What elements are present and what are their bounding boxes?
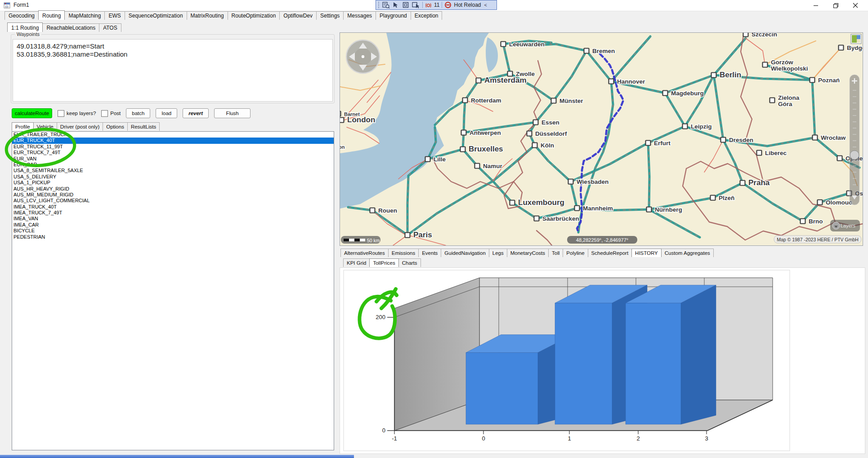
city-marker[interactable]	[370, 208, 375, 213]
profile-list-item[interactable]: USA_1_PICKUP	[12, 180, 334, 186]
result-tab-polyline[interactable]: Polyline	[563, 249, 588, 257]
city-marker[interactable]	[818, 200, 823, 205]
city-marker[interactable]	[683, 124, 688, 129]
map-pan-control[interactable]	[346, 40, 380, 73]
profile-list-item[interactable]: USA_5_DELIVERY	[12, 174, 334, 180]
city-marker[interactable]	[405, 233, 410, 238]
tab-routeoptimization[interactable]: RouteOptimization	[228, 11, 280, 20]
batch-button[interactable]: batch	[126, 108, 150, 118]
city-marker[interactable]	[340, 118, 344, 123]
city-marker[interactable]	[770, 98, 775, 103]
city-marker[interactable]	[584, 49, 589, 53]
load-button[interactable]: load	[156, 108, 177, 118]
city-marker[interactable]	[721, 138, 726, 142]
city-marker[interactable]	[476, 78, 481, 83]
profile-list-item[interactable]: BICYCLE	[12, 228, 334, 234]
city-marker[interactable]	[508, 71, 513, 76]
hot-reload-disabled-icon[interactable]	[444, 1, 452, 9]
profile-list-item[interactable]: IMEA_TRUCK_7_49T	[12, 210, 334, 216]
city-marker[interactable]	[575, 206, 580, 211]
history-tab-kpi-grid[interactable]: KPI Grid	[343, 258, 370, 267]
result-tab-alternativeroutes[interactable]: AlternativeRoutes	[340, 249, 389, 257]
profile-list-item[interactable]: AUS_LCV_LIGHT_COMMERCIAL	[12, 198, 334, 204]
tab-optiflowdev[interactable]: OptiflowDev	[279, 11, 317, 20]
profile-tab-options[interactable]: Options	[103, 122, 128, 131]
profile-tab-profile[interactable]: Profile	[12, 122, 34, 131]
overview-map-icon[interactable]	[851, 34, 861, 44]
city-marker[interactable]	[839, 45, 844, 50]
flush-button[interactable]: Flush	[214, 108, 251, 118]
bar-front-face[interactable]	[555, 303, 612, 424]
result-tab-emissions[interactable]: Emissions	[388, 249, 419, 257]
city-marker[interactable]	[646, 141, 651, 146]
city-marker[interactable]	[837, 156, 842, 161]
city-marker[interactable]	[763, 62, 768, 67]
profile-list-item[interactable]: EUR_TRAILER_TRUCK	[12, 132, 334, 138]
pan-center-dot[interactable]	[362, 55, 364, 58]
city-marker[interactable]	[510, 200, 515, 205]
profile-list-item[interactable]: EUR_TRUCK_40T	[12, 138, 334, 143]
profile-list-item[interactable]: AUS_HR_HEAVY_RIGID	[12, 186, 334, 192]
city-marker[interactable]	[425, 157, 430, 162]
tab-settings[interactable]: Settings	[316, 11, 344, 20]
tab-mapmatching[interactable]: MapMatching	[64, 11, 105, 20]
bar-front-face[interactable]	[466, 353, 538, 424]
city-marker[interactable]	[757, 151, 762, 156]
layers-button[interactable]: Layers	[830, 220, 860, 231]
city-marker[interactable]	[647, 207, 652, 212]
city-marker[interactable]	[527, 131, 532, 136]
city-marker[interactable]	[609, 79, 614, 84]
tab-messages[interactable]: Messages	[343, 11, 376, 20]
profile-list-item[interactable]: EUR_VAN	[12, 156, 334, 162]
city-marker[interactable]	[810, 78, 815, 83]
result-tab-toll[interactable]: Toll	[548, 249, 563, 257]
city-marker[interactable]	[461, 147, 465, 152]
revert-button[interactable]: revert	[183, 108, 209, 118]
history-tab-tollprices[interactable]: TollPrices	[369, 258, 398, 267]
city-marker[interactable]	[801, 219, 805, 224]
city-marker[interactable]	[461, 130, 466, 135]
city-marker[interactable]	[568, 179, 573, 184]
zoom-slider-thumb[interactable]	[850, 151, 859, 160]
profile-tab-resultlists[interactable]: ResultLists	[127, 122, 160, 131]
result-tab-custom-aggregates[interactable]: Custom Aggregates	[661, 249, 714, 257]
profile-list-item[interactable]: IMEA_VAN	[12, 216, 334, 222]
profile-tab-driver-post-only-[interactable]: Driver (post only)	[57, 122, 103, 131]
waypoints-input[interactable]: 49.01318,8.4279;name=Start 53.01835,9.36…	[13, 39, 333, 102]
city-marker[interactable]	[551, 98, 556, 103]
profile-tab-vehicle[interactable]: Vehicle	[33, 122, 57, 131]
tollprices-3d-chart[interactable]: -101230200	[342, 269, 792, 453]
tab-geocoding[interactable]: Geocoding	[4, 11, 39, 20]
post-checkbox[interactable]: Post	[101, 110, 121, 117]
result-tab-legs[interactable]: Legs	[489, 249, 507, 257]
map-panel[interactable]: LeeuwardenZwolleAmsterdamRotterdamAntwer…	[340, 32, 863, 246]
profile-list-item[interactable]: IMEA_TRUCK_40T	[12, 204, 334, 210]
toolbar-collapse-chevron[interactable]: <	[483, 2, 488, 8]
profile-list-item[interactable]: USA_8_SEMITRAILER_5AXLE	[12, 168, 334, 173]
tab-playground[interactable]: Playground	[376, 11, 411, 20]
post-checkbox-box[interactable]	[101, 110, 108, 117]
city-marker[interactable]	[532, 143, 537, 148]
tab-matrixrouting[interactable]: MatrixRouting	[187, 11, 228, 20]
city-marker[interactable]	[711, 73, 716, 78]
city-marker[interactable]	[663, 91, 668, 96]
history-tab-charts[interactable]: Charts	[398, 258, 421, 267]
city-marker[interactable]	[813, 135, 818, 140]
bar-side-face[interactable]	[681, 285, 716, 424]
show-snaplines-icon[interactable]	[412, 1, 420, 9]
tab-exception[interactable]: Exception	[411, 11, 443, 20]
map-zoom-slider[interactable]	[850, 75, 859, 205]
subtab-atos[interactable]: ATOS	[99, 23, 121, 32]
close-button[interactable]	[846, 0, 865, 11]
profile-list-item[interactable]: PEDESTRIAN	[12, 234, 334, 240]
city-marker[interactable]	[743, 33, 748, 37]
profile-list-item[interactable]: EUR_TRUCK_11_99T	[12, 144, 334, 150]
restore-button[interactable]	[826, 0, 846, 11]
city-marker[interactable]	[340, 111, 341, 116]
select-element-icon[interactable]	[392, 1, 400, 9]
city-marker[interactable]	[533, 120, 538, 125]
tab-routing[interactable]: Routing	[38, 10, 65, 20]
profile-list-item[interactable]: IMEA_CAR	[12, 222, 334, 228]
subtab-1-1-routing[interactable]: 1:1 Routing	[7, 22, 43, 32]
calculate-route-button[interactable]: calculateRoute	[12, 108, 52, 118]
